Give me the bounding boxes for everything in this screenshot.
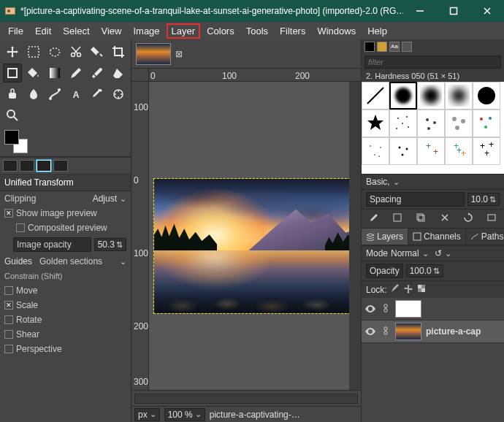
chevron-down-icon[interactable]: ⌄ <box>120 257 126 266</box>
refresh-brush-icon[interactable] <box>463 212 473 225</box>
horizontal-ruler[interactable]: 0 100 200 <box>149 69 361 82</box>
device-status-tab-icon[interactable] <box>20 160 34 172</box>
unit-selector[interactable]: px⌄ <box>134 408 160 421</box>
image-opacity-value[interactable]: 50.3⇅ <box>94 238 126 251</box>
brush-cell[interactable]: +++ <box>473 137 500 165</box>
image-tab[interactable] <box>136 43 171 65</box>
bucket-fill-tool-icon[interactable] <box>24 64 43 83</box>
minimize-button[interactable] <box>403 0 437 22</box>
brush-cell[interactable] <box>362 110 389 137</box>
maximize-button[interactable] <box>437 0 470 22</box>
constrain-shear[interactable]: Shear <box>0 327 131 342</box>
brush-preset-selector[interactable]: Basic, ⌄ <box>362 174 504 189</box>
composited-row[interactable]: Composited preview <box>0 220 131 235</box>
checkbox[interactable] <box>4 345 13 353</box>
new-brush-icon[interactable] <box>392 212 402 225</box>
clone-tool-icon[interactable] <box>3 85 22 104</box>
eraser-tool-icon[interactable] <box>109 64 128 83</box>
brush-grid[interactable]: ++ +++ +++ <box>362 82 504 174</box>
menu-filters[interactable]: Filters <box>275 23 310 39</box>
brush-cell[interactable] <box>417 110 445 137</box>
menu-tools[interactable]: Tools <box>241 23 273 39</box>
brush-cell[interactable] <box>362 82 389 110</box>
color-picker-tool-icon[interactable] <box>88 85 107 104</box>
gradient-tool-icon[interactable] <box>45 64 64 83</box>
brush-cell[interactable] <box>362 137 389 165</box>
horizontal-scrollbar[interactable] <box>134 394 358 404</box>
undo-history-tab-icon[interactable] <box>37 160 51 172</box>
fonts-tab-icon[interactable]: Aa <box>389 42 400 52</box>
mode-switch-icon[interactable]: ↺ <box>432 248 442 258</box>
composited-checkbox[interactable] <box>16 223 25 232</box>
brush-cell[interactable] <box>389 110 417 137</box>
layer-row[interactable] <box>362 298 504 321</box>
open-as-image-icon[interactable] <box>486 212 497 225</box>
checkbox[interactable] <box>4 315 13 324</box>
free-select-tool-icon[interactable] <box>45 42 64 61</box>
brush-cell[interactable] <box>389 82 417 110</box>
lock-alpha-icon[interactable] <box>416 283 427 296</box>
visibility-toggle-icon[interactable] <box>364 303 376 315</box>
checkbox[interactable] <box>4 301 13 310</box>
vertical-scrollbar[interactable] <box>349 82 361 390</box>
chevron-down-icon[interactable]: ⌄ <box>422 249 429 258</box>
layer-row[interactable]: picture-a-cap <box>362 321 504 343</box>
brush-cell[interactable] <box>473 82 500 110</box>
patterns-tab-icon[interactable] <box>377 42 387 52</box>
brush-cell[interactable]: +++ <box>445 137 473 165</box>
mode-value[interactable]: Normal <box>391 248 419 258</box>
layer-name[interactable]: picture-a-cap <box>426 326 481 337</box>
tab-paths[interactable]: Paths <box>466 229 504 245</box>
rect-select-tool-icon[interactable] <box>24 42 43 61</box>
menu-windows[interactable]: Windows <box>312 23 361 39</box>
duplicate-brush-icon[interactable] <box>416 212 426 225</box>
chain-icon[interactable] <box>381 303 391 315</box>
close-tab-icon[interactable]: ⊠ <box>175 49 183 59</box>
show-preview-row[interactable]: Show image preview <box>0 206 131 220</box>
history-tab-icon[interactable] <box>402 42 412 52</box>
guides-value[interactable]: Golden sections <box>35 256 117 266</box>
brush-cell[interactable] <box>389 137 417 165</box>
menu-colors[interactable]: Colors <box>202 23 240 39</box>
paintbrush-tool-icon[interactable] <box>88 64 107 83</box>
menu-help[interactable]: Help <box>362 23 392 39</box>
brush-filter-input[interactable] <box>364 55 501 69</box>
show-preview-checkbox[interactable] <box>4 209 13 218</box>
brushes-tab-icon[interactable] <box>364 42 375 52</box>
smudge-tool-icon[interactable] <box>24 85 43 104</box>
close-button[interactable] <box>470 0 504 22</box>
tab-layers[interactable]: Layers <box>362 229 408 245</box>
checkbox[interactable] <box>4 330 13 339</box>
constrain-move[interactable]: Move <box>0 283 131 298</box>
unified-transform-tool-icon[interactable] <box>3 64 22 83</box>
canvas[interactable] <box>149 82 349 390</box>
paths-tool-icon[interactable] <box>45 85 64 104</box>
crop-tool-icon[interactable] <box>109 42 128 61</box>
lock-pixels-icon[interactable] <box>390 283 400 296</box>
constrain-scale[interactable]: Scale <box>0 298 131 312</box>
menu-view[interactable]: View <box>96 23 127 39</box>
zoom-tool-icon[interactable] <box>3 106 22 125</box>
foreground-color-swatch[interactable] <box>4 130 19 145</box>
constrain-perspective[interactable]: Perspective <box>0 342 131 356</box>
chevron-down-icon[interactable]: ⌄ <box>120 194 126 204</box>
menu-layer[interactable]: Layer <box>167 23 201 39</box>
visibility-toggle-icon[interactable] <box>364 326 376 337</box>
menu-edit[interactable]: Edit <box>30 23 56 39</box>
tool-options-tab-icon[interactable] <box>3 160 18 172</box>
images-tab-icon[interactable] <box>53 160 68 172</box>
vertical-ruler[interactable]: 100 0 100 200 300 <box>131 82 149 390</box>
move-tool-icon[interactable] <box>3 42 22 61</box>
zoom-field[interactable]: 100 %⌄ <box>164 408 205 421</box>
constrain-rotate[interactable]: Rotate <box>0 312 131 327</box>
clipping-value[interactable]: Adjust <box>93 193 117 204</box>
edit-brush-icon[interactable] <box>369 212 379 225</box>
delete-brush-icon[interactable] <box>440 212 450 225</box>
brush-cell[interactable] <box>417 82 445 110</box>
checkbox[interactable] <box>4 286 13 295</box>
menu-file[interactable]: File <box>3 23 28 39</box>
tab-channels[interactable]: Channels <box>408 229 466 245</box>
layer-opacity-value[interactable]: 100.0⇅ <box>406 264 443 277</box>
brush-cell[interactable] <box>473 110 500 137</box>
spacing-value[interactable]: 10.0⇅ <box>467 193 500 206</box>
